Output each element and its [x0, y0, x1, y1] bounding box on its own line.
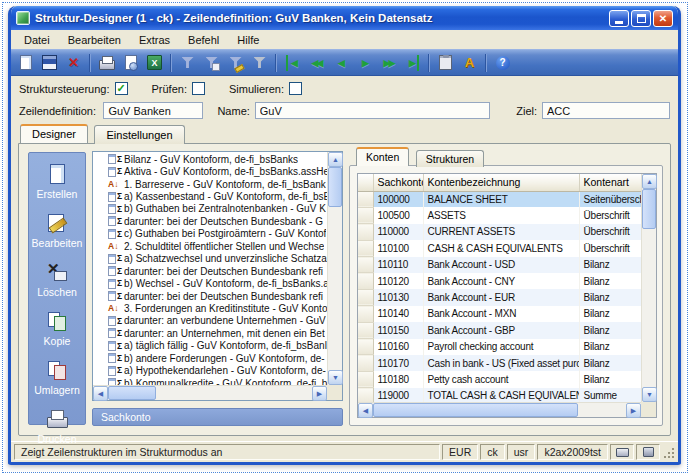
print-button[interactable] [95, 52, 118, 74]
konten-row[interactable]: 110150Bank Account - GBPBilanz [358, 322, 641, 338]
filter-clear-button[interactable] [248, 52, 271, 74]
sidebar-erstellen-button[interactable]: Erstellen [37, 163, 78, 200]
notes-button[interactable] [434, 52, 457, 74]
tree-item[interactable]: Σb) andere Forderungen - GuV Kontoform, … [93, 352, 327, 364]
tab-designer[interactable]: Designer [20, 124, 88, 143]
nav-prev-button[interactable] [329, 52, 352, 74]
struktursteuerung-checkbox[interactable] [115, 82, 128, 95]
scroll-up-icon[interactable]: ▲ [328, 152, 343, 167]
tree-item[interactable]: Σdarunter: bei der Deutschen Bundesbank … [93, 265, 327, 277]
row-selector[interactable] [358, 339, 373, 355]
ziel-field[interactable] [542, 102, 670, 119]
tree-item[interactable]: Σdarunter: an verbundene Unternehmen - G… [93, 315, 327, 327]
column-header-sachkonto[interactable]: Sachkonto [373, 174, 423, 191]
tab-einstellungen[interactable]: Einstellungen [94, 125, 184, 144]
row-selector[interactable] [358, 306, 373, 322]
row-selector[interactable] [358, 273, 373, 289]
konten-row[interactable]: 110100CASH & CASH EQUIVALENTSÜberschrift [358, 240, 641, 256]
konten-row[interactable]: 110160Payroll checking accountBilanz [358, 339, 641, 355]
menu-hilfe[interactable]: Hilfe [228, 32, 268, 48]
tree-item[interactable]: Σa) täglich fällig - GuV Kontoform, de-f… [93, 340, 327, 352]
filter-edit-button[interactable] [224, 52, 247, 74]
table-vertical-scrollbar[interactable]: ▲ ▼ [641, 174, 656, 402]
row-selector[interactable] [358, 224, 373, 240]
tree-item[interactable]: Σdarunter: an Unternehmen, mit denen ein… [93, 327, 327, 339]
scroll-left-icon[interactable]: ◀ [93, 386, 108, 401]
scroll-thumb[interactable] [642, 189, 656, 229]
row-selector[interactable] [358, 371, 373, 387]
tree-horizontal-scrollbar[interactable]: ◀ ▶ [93, 385, 327, 400]
row-selector[interactable] [358, 257, 373, 273]
row-selector[interactable] [358, 240, 373, 256]
table-horizontal-scrollbar[interactable]: ◀ ▶ [358, 402, 641, 417]
excel-export-button[interactable] [143, 52, 166, 74]
konten-row[interactable]: 110110Bank Account - USDBilanz [358, 257, 641, 273]
menu-befehl[interactable]: Befehl [179, 32, 228, 48]
tree-item[interactable]: A↓1. Barreserve - GuV Kontoform, de-fi_b… [93, 178, 327, 190]
konten-row[interactable]: 110140Bank Account - MXNBilanz [358, 306, 641, 322]
scroll-thumb[interactable] [328, 167, 342, 207]
tab-strukturen[interactable]: Strukturen [416, 150, 484, 167]
row-selector[interactable] [358, 388, 373, 402]
tree-item[interactable]: A↓3. Forderungen an Kreditinstitute - Gu… [93, 302, 327, 314]
menu-bearbeiten[interactable]: Bearbeiten [59, 32, 130, 48]
konten-row[interactable]: 100500ASSETSÜberschrift [358, 207, 641, 223]
sidebar-bearbeiten-button[interactable]: Bearbeiten [32, 212, 83, 249]
tree-item[interactable]: Σb) Wechsel - GuV Kontoform, de-fi_bsBan… [93, 277, 327, 289]
selector-column-header[interactable] [358, 174, 373, 191]
tree-item[interactable]: Σdarunter: bei der Deutschen Bundesbank … [93, 290, 327, 302]
tree-item[interactable]: Σa) Hypothekendarlehen - GuV Kontoform, … [93, 364, 327, 376]
column-header-kontenart[interactable]: Kontenart [579, 174, 641, 191]
nav-first-button[interactable] [281, 52, 304, 74]
scroll-up-icon[interactable]: ▲ [642, 174, 657, 189]
delete-button[interactable] [62, 52, 85, 74]
sidebar-kopie-button[interactable]: Kopie [44, 310, 71, 347]
tree-item[interactable]: ΣBilanz - GuV Kontoform, de-fi_bsBanks [93, 153, 327, 165]
scroll-left-icon[interactable]: ◀ [358, 403, 373, 418]
resize-grip[interactable] [662, 446, 675, 459]
tree-item[interactable]: Σa) Schatzwechsel und unverzinsliche Sch… [93, 253, 327, 265]
tree-item[interactable]: A↓2. Schuldtitel öffentlicher Stellen un… [93, 240, 327, 252]
maximize-button[interactable] [631, 10, 651, 27]
konten-row[interactable]: 100000BALANCE SHEETSeitenüberschrift [358, 191, 641, 207]
row-selector[interactable] [358, 322, 373, 338]
pruefen-checkbox[interactable] [192, 82, 205, 95]
simulieren-checkbox[interactable] [289, 82, 302, 95]
row-selector[interactable] [358, 207, 373, 223]
row-selector[interactable] [358, 191, 373, 207]
tree-item[interactable]: Σa) Kassenbestand - GuV Kontoform, de-fi… [93, 190, 327, 202]
row-selector[interactable] [358, 289, 373, 305]
konten-row[interactable]: 119000TOTAL CASH & CASH EQUIVALENTSSumme [358, 388, 641, 402]
tree-item[interactable]: Σb) Guthaben bei Zentralnotenbanken - Gu… [93, 203, 327, 215]
konten-row[interactable]: 110180Petty cash accountBilanz [358, 371, 641, 387]
tab-konten[interactable]: Konten [356, 147, 409, 166]
nav-next-button[interactable] [353, 52, 376, 74]
row-selector[interactable] [358, 355, 373, 371]
nav-next-fast-button[interactable] [377, 52, 400, 74]
scroll-down-icon[interactable]: ▼ [328, 370, 343, 385]
scroll-right-icon[interactable]: ▶ [312, 386, 327, 401]
close-button[interactable]: ✕ [653, 10, 673, 27]
zeilendefinition-field[interactable] [103, 102, 203, 119]
scroll-right-icon[interactable]: ▶ [626, 403, 641, 418]
menu-datei[interactable]: Datei [15, 32, 59, 48]
minimize-button[interactable] [609, 10, 629, 27]
konten-row[interactable]: 110000CURRENT ASSETSÜberschrift [358, 224, 641, 240]
sidebar-drucken-button[interactable]: Drucken [37, 408, 76, 445]
new-button[interactable] [14, 52, 37, 74]
tree-item[interactable]: Σdarunter: bei der Deutschen Bundesbank … [93, 215, 327, 227]
tree-vertical-scrollbar[interactable]: ▲ ▼ [327, 152, 342, 385]
title-bar[interactable]: Struktur-Designer (1 - ck) - Zeilendefin… [11, 6, 678, 30]
tree-item[interactable]: Σc) Guthaben bei Postgiroämtern - GuV Ko… [93, 228, 327, 240]
name-field[interactable] [255, 102, 490, 119]
sidebar-löschen-button[interactable]: Löschen [37, 261, 77, 298]
column-header-kontenbezeichnung[interactable]: Kontenbezeichnung [423, 174, 579, 191]
sidebar-umlagern-button[interactable]: Umlagern [34, 359, 80, 396]
save-button[interactable] [38, 52, 61, 74]
preview-button[interactable] [119, 52, 142, 74]
menu-extras[interactable]: Extras [130, 32, 179, 48]
filter-button[interactable] [176, 52, 199, 74]
tree-item[interactable]: ΣAktiva - GuV Kontoform, de-fi_bsBanks.a… [93, 165, 327, 177]
konten-row[interactable]: 110120Bank Account - CNYBilanz [358, 273, 641, 289]
konten-row[interactable]: 110170Cash in bank - US (Fixed asset pur… [358, 355, 641, 371]
